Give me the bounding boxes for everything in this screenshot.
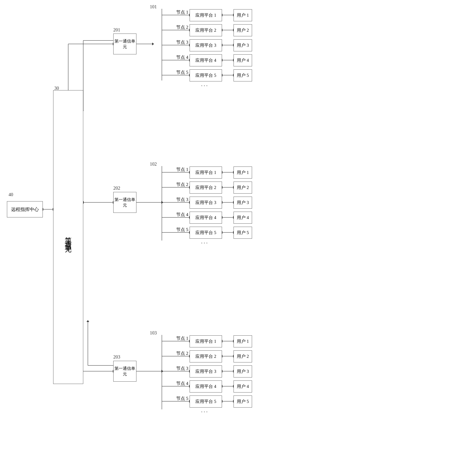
label-202: 202 [113, 185, 120, 191]
g2-node5-label: 节点 5 [176, 227, 188, 233]
g1-user1-box: 用户 1 [234, 9, 252, 21]
g1-ap5-box: 应用平台 5 [190, 69, 222, 81]
g3-user2-box: 用户 2 [234, 350, 252, 362]
g1-node5-label: 节点 5 [176, 69, 188, 75]
g3-ap2-box: 应用平台 2 [190, 350, 222, 362]
g3-ap3-box: 应用平台 3 [190, 365, 222, 377]
g1-user3-box: 用户 3 [234, 39, 252, 51]
g2-user3-box: 用户 3 [234, 197, 252, 209]
g2-user5-box: 用户 5 [234, 227, 252, 239]
g3-user1-box: 用户 1 [234, 335, 252, 347]
g3-node2-label: 节点 2 [176, 350, 188, 357]
g1-user5-box: 用户 5 [234, 69, 252, 81]
g2-user1-box: 用户 1 [234, 166, 252, 178]
first-comm-unit-3: 第一通信单元 [113, 361, 136, 382]
label-201: 201 [113, 27, 120, 33]
second-comm-label: 第二通信单元 [63, 232, 73, 243]
g2-dots: · · · [201, 240, 208, 246]
g3-user3-box: 用户 3 [234, 365, 252, 377]
g3-node1-label: 节点 1 [176, 335, 188, 342]
group2-id-label: 102 [150, 162, 157, 167]
g3-ap5-box: 应用平台 5 [190, 396, 222, 408]
g2-ap2-box: 应用平台 2 [190, 181, 222, 193]
diagram: 远程指挥中心 40 第二通信单元 30 第一通信单元 201 第一通信单元 20… [0, 0, 468, 476]
g1-ap4-box: 应用平台 4 [190, 54, 222, 66]
g2-ap4-box: 应用平台 4 [190, 212, 222, 224]
g3-user5-box: 用户 5 [234, 396, 252, 408]
g1-node1-label: 节点 1 [176, 9, 188, 15]
label-40: 40 [9, 192, 13, 197]
fcu1-label: 第一通信单元 [114, 38, 136, 49]
remote-center-label: 远程指挥中心 [11, 206, 39, 213]
g1-ap1-box: 应用平台 1 [190, 9, 222, 21]
svg-marker-19 [87, 320, 89, 322]
g3-dots: · · · [201, 409, 208, 415]
g2-node3-label: 节点 3 [176, 197, 188, 203]
g3-ap1-box: 应用平台 1 [190, 335, 222, 347]
group1-id-label: 101 [150, 4, 157, 10]
g2-node1-label: 节点 1 [176, 166, 188, 173]
g2-ap1-box: 应用平台 1 [190, 166, 222, 178]
g3-node3-label: 节点 3 [176, 365, 188, 372]
g3-ap4-box: 应用平台 4 [190, 380, 222, 392]
first-comm-unit-1: 第一通信单元 [113, 33, 136, 54]
g2-user2-box: 用户 2 [234, 181, 252, 193]
fcu2-label: 第一通信单元 [114, 197, 136, 208]
svg-marker-87 [161, 370, 163, 372]
g1-node3-label: 节点 3 [176, 39, 188, 45]
g2-ap3-box: 应用平台 3 [190, 197, 222, 209]
g2-node4-label: 节点 4 [176, 212, 188, 218]
g1-ap3-box: 应用平台 3 [190, 39, 222, 51]
first-comm-unit-2: 第一通信单元 [113, 192, 136, 213]
label-203: 203 [113, 354, 120, 360]
remote-center-box: 远程指挥中心 [7, 201, 43, 217]
label-30: 30 [54, 86, 59, 91]
g1-dots: · · · [201, 83, 208, 89]
g2-user4-box: 用户 4 [234, 212, 252, 224]
g3-node4-label: 节点 4 [176, 380, 188, 387]
g3-node5-label: 节点 5 [176, 396, 188, 402]
g2-ap5-box: 应用平台 5 [190, 227, 222, 239]
g1-ap2-box: 应用平台 2 [190, 24, 222, 36]
g2-node2-label: 节点 2 [176, 181, 188, 188]
g1-node4-label: 节点 4 [176, 54, 188, 60]
svg-marker-21 [152, 43, 154, 45]
g1-user4-box: 用户 4 [234, 54, 252, 66]
group3-id-label: 103 [150, 330, 157, 336]
g1-user2-box: 用户 2 [234, 24, 252, 36]
svg-marker-54 [161, 201, 163, 204]
g1-node2-label: 节点 2 [176, 24, 188, 30]
g3-user4-box: 用户 4 [234, 380, 252, 392]
second-comm-box: 第二通信单元 [53, 90, 83, 384]
fcu3-label: 第一通信单元 [114, 366, 136, 377]
